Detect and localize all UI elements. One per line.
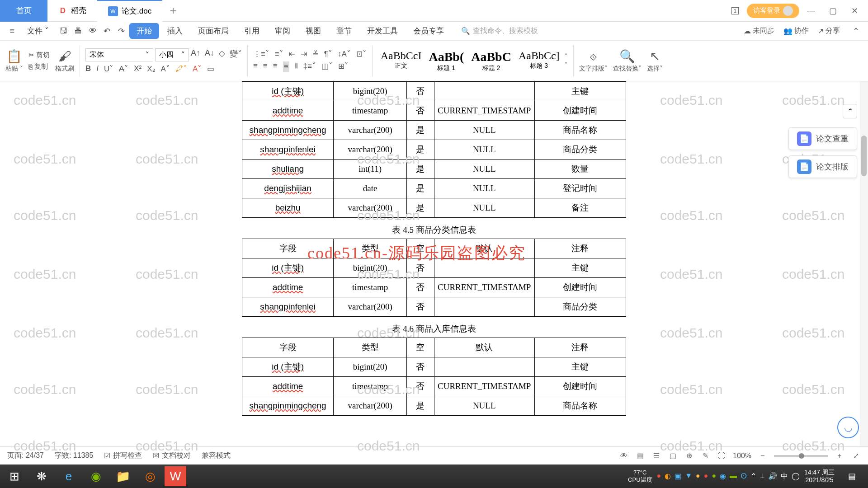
copy-button[interactable]: ⎘复制 <box>28 62 50 71</box>
page-view-icon[interactable]: ▤ <box>635 451 645 461</box>
sort-icon[interactable]: ≚ <box>312 49 319 59</box>
command-search[interactable]: 🔍 查找命令、搜索模板 <box>461 26 743 36</box>
shading-icon[interactable]: ◫˅ <box>321 61 333 72</box>
save-icon[interactable]: 🖫 <box>57 24 71 38</box>
menu-hamburger-icon[interactable]: ≡ <box>5 24 19 38</box>
text-effect-button[interactable]: A˅ <box>161 64 170 74</box>
redo-icon[interactable]: ↷ <box>115 24 128 38</box>
distribute-icon[interactable]: ⫴ <box>295 61 298 72</box>
font-color-button[interactable]: A˅ <box>193 64 202 74</box>
line-icon[interactable]: ⊡˅ <box>356 49 367 59</box>
zoom-slider[interactable] <box>774 455 828 457</box>
clear-format-icon[interactable]: ◇ <box>219 48 225 61</box>
menu-layout[interactable]: 页面布局 <box>191 23 236 39</box>
sync-status[interactable]: ☁未同步 <box>744 26 774 36</box>
zoom-in-icon[interactable]: + <box>835 451 844 461</box>
line-spacing-icon[interactable]: ‡≡˅ <box>303 61 316 72</box>
align-left-icon[interactable]: ≡ <box>253 61 258 72</box>
align-justify-icon[interactable]: ≡ <box>283 61 289 72</box>
style-h3[interactable]: AaBbCc]标题 3 <box>516 50 562 72</box>
fit-icon[interactable]: ⛶ <box>717 451 726 461</box>
bullet-list-icon[interactable]: ⋮≡˅ <box>253 49 269 59</box>
page-indicator[interactable]: 页面: 24/37 <box>7 451 44 460</box>
menu-file[interactable]: 文件 ˅ <box>20 23 56 39</box>
paste-group[interactable]: 📋 粘贴 ˅ <box>5 49 23 73</box>
print-icon[interactable]: 🖶 <box>71 24 85 38</box>
minimize-button[interactable]: — <box>801 1 821 21</box>
undo-icon[interactable]: ↶ <box>100 24 114 38</box>
cut-button[interactable]: ✂剪切 <box>28 51 50 60</box>
fullscreen-icon[interactable]: ⤢ <box>851 451 861 461</box>
start-icon[interactable]: ⊞ <box>2 465 27 488</box>
text-dir-icon[interactable]: ↕A˅ <box>338 49 351 59</box>
spell-check[interactable]: ☑拼写检查 <box>104 451 142 460</box>
style-h1[interactable]: AaBb(标题 1 <box>426 50 467 72</box>
app-icon[interactable]: ◎ <box>137 465 163 488</box>
text-layout[interactable]: ⟐文字排版˅ <box>579 49 608 73</box>
border-icon[interactable]: ⊞˅ <box>338 61 349 72</box>
wifi-icon[interactable]: ⟂ <box>760 472 764 481</box>
indent-icon[interactable]: ⇥ <box>301 49 307 59</box>
phonetic-icon[interactable]: 變˅ <box>230 48 242 61</box>
copilot-icon[interactable]: ❋ <box>29 465 54 488</box>
menu-view[interactable]: 视图 <box>298 23 328 39</box>
tab-document[interactable]: W 论文.doc <box>97 0 162 22</box>
vertical-scrollbar[interactable] <box>860 81 868 446</box>
highlight-button[interactable]: 🖍˅ <box>175 64 187 74</box>
align-right-icon[interactable]: ≡ <box>273 61 278 72</box>
outdent-icon[interactable]: ⇤ <box>289 49 295 59</box>
menu-insert[interactable]: 插入 <box>160 23 190 39</box>
volume-icon[interactable]: 🔊 <box>768 472 777 481</box>
subscript-button[interactable]: X₂ <box>147 64 155 74</box>
maximize-button[interactable]: ▢ <box>823 1 843 21</box>
collab-button[interactable]: 👥协作 <box>783 26 809 36</box>
font-select[interactable]: 宋体˅ <box>85 48 153 61</box>
menu-start[interactable]: 开始 <box>129 23 159 39</box>
superscript-button[interactable]: X² <box>134 64 142 74</box>
login-button[interactable]: 访客登录 <box>747 4 799 18</box>
menu-devtools[interactable]: 开发工具 <box>360 23 405 39</box>
increase-font-icon[interactable]: A↑ <box>191 48 200 61</box>
tab-home[interactable]: 首页 <box>0 0 47 22</box>
find-replace[interactable]: 🔍查找替换˅ <box>613 49 642 73</box>
taskbar-clock[interactable]: 14:47 周三 2021/8/25 <box>804 469 835 484</box>
system-tray[interactable]: ●◐▣ ▼●● ●◉▬ ⵙ⌃ ⟂🔊 中 ◯ <box>657 472 800 481</box>
read-view-icon[interactable]: ▢ <box>668 451 678 461</box>
tab-daoke[interactable]: D 稻壳 <box>47 0 97 22</box>
document-area[interactable]: id (主键)bigint(20)否主键addtimetimestamp否CUR… <box>0 81 868 446</box>
decrease-font-icon[interactable]: A↓ <box>205 48 214 61</box>
chrome-icon[interactable]: ◉ <box>83 465 108 488</box>
menu-vip[interactable]: 会员专享 <box>406 23 451 39</box>
align-center-icon[interactable]: ≡ <box>263 61 268 72</box>
tray-up-icon[interactable]: ⌃ <box>750 472 756 481</box>
size-select[interactable]: 小四˅ <box>155 48 189 61</box>
underline-button[interactable]: U˅ <box>104 64 113 74</box>
chevron-up-icon[interactable]: ⌃ <box>849 24 863 38</box>
style-normal[interactable]: AaBbCcI正文 <box>378 50 425 72</box>
char-border-button[interactable]: ▭ <box>207 64 214 74</box>
ie-icon[interactable]: e <box>56 465 81 488</box>
strike-button[interactable]: A̶˅ <box>119 64 128 74</box>
notifications-icon[interactable]: ▤ <box>839 465 864 488</box>
close-button[interactable]: ✕ <box>844 1 864 21</box>
explorer-icon[interactable]: 📁 <box>110 465 136 488</box>
assistant-fab[interactable]: ◡ <box>837 417 859 438</box>
style-h2[interactable]: AaBbC标题 2 <box>468 50 514 72</box>
window-number-icon[interactable]: 1 <box>725 1 745 21</box>
brush-group[interactable]: 🖌 格式刷 <box>55 49 74 73</box>
zoom-out-icon[interactable]: − <box>758 451 768 461</box>
tab-add[interactable]: + <box>162 4 184 18</box>
ime-icon[interactable]: 中 <box>781 472 788 481</box>
menu-chapter[interactable]: 章节 <box>329 23 359 39</box>
menu-review[interactable]: 审阅 <box>268 23 297 39</box>
eye-icon[interactable]: 👁 <box>619 451 629 461</box>
outline-view-icon[interactable]: ☰ <box>651 451 661 461</box>
paper-format-button[interactable]: 📄 论文排版 <box>788 155 857 178</box>
word-count[interactable]: 字数: 11385 <box>55 451 93 460</box>
para-mark-icon[interactable]: ¶˅ <box>324 49 332 59</box>
bold-button[interactable]: B <box>85 64 91 74</box>
paper-check-button[interactable]: 📄 论文查重 <box>788 127 857 150</box>
italic-button[interactable]: I <box>96 64 99 74</box>
number-list-icon[interactable]: ≡˅ <box>275 49 283 59</box>
search-tray-icon[interactable]: ◯ <box>792 472 800 481</box>
